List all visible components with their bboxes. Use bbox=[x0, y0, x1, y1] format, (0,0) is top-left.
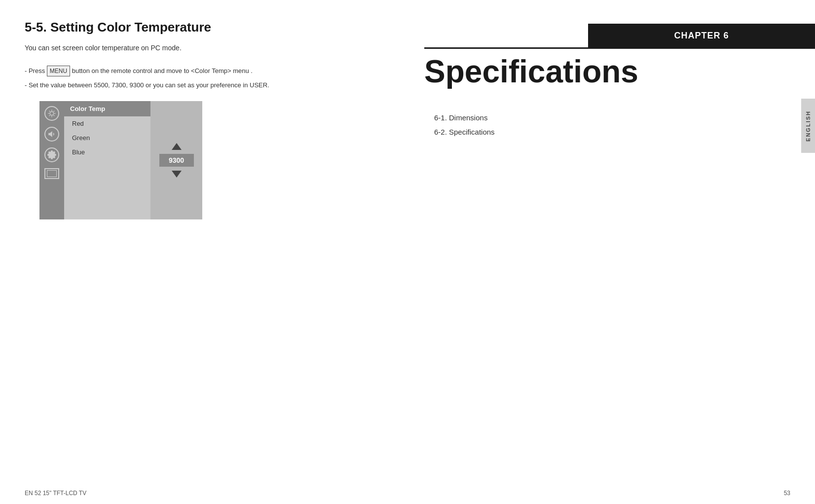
gear-svg bbox=[47, 150, 56, 159]
svg-point-0 bbox=[50, 111, 54, 115]
english-label: ENGLISH bbox=[805, 110, 811, 142]
arrow-up-icon bbox=[172, 143, 182, 150]
tv-screen bbox=[47, 170, 57, 177]
svg-line-7 bbox=[54, 110, 55, 111]
spec-item-dimensions: 6-1. Dimensions bbox=[434, 113, 495, 122]
brightness-icon bbox=[44, 106, 59, 121]
speaker-svg bbox=[47, 130, 56, 139]
speaker-icon bbox=[44, 127, 59, 142]
chapter-banner: CHAPTER 6 bbox=[588, 24, 815, 47]
svg-line-5 bbox=[49, 110, 50, 111]
right-page: CHAPTER 6 Specifications 6-1. Dimensions… bbox=[405, 0, 815, 504]
page-title: 5-5. Setting Color Temperature bbox=[25, 20, 380, 35]
spec-items: 6-1. Dimensions 6-2. Specifications bbox=[434, 113, 495, 142]
menu-item-blue: Blue bbox=[64, 145, 150, 159]
chapter-border bbox=[424, 47, 815, 49]
svg-line-8 bbox=[49, 115, 50, 116]
footer-left: EN 52 15" TFT-LCD TV bbox=[25, 490, 86, 497]
specifications-title: Specifications bbox=[424, 54, 785, 89]
gear-icon bbox=[44, 147, 59, 162]
arrow-down-icon bbox=[172, 171, 182, 178]
page-subtitle: You can set screen color temperature on … bbox=[25, 44, 380, 52]
left-page: 5-5. Setting Color Temperature You can s… bbox=[0, 0, 405, 504]
menu-panel: Color Temp Red Green Blue bbox=[64, 101, 150, 219]
english-language-tab: ENGLISH bbox=[801, 99, 815, 153]
menu-item-green: Green bbox=[64, 131, 150, 145]
instruction-line-2: - Set the value between 5500, 7300, 9300… bbox=[25, 80, 380, 90]
value-panel: 9300 bbox=[150, 101, 202, 219]
color-temp-header: Color Temp bbox=[64, 101, 150, 116]
value-display: 9300 bbox=[159, 154, 194, 167]
spec-item-specifications: 6-2. Specifications bbox=[434, 128, 495, 136]
tv-icon bbox=[44, 168, 59, 179]
footer-right: 53 bbox=[784, 490, 790, 497]
menu-key: MENU bbox=[47, 66, 70, 76]
chapter-label: CHAPTER 6 bbox=[674, 31, 729, 41]
brightness-svg bbox=[47, 109, 56, 118]
svg-marker-9 bbox=[48, 131, 52, 137]
instruction-line-1: - Press MENU button on the remote contro… bbox=[25, 66, 380, 76]
sidebar-icons bbox=[39, 101, 64, 219]
ui-mockup: Color Temp Red Green Blue 9300 bbox=[39, 101, 202, 219]
svg-line-6 bbox=[54, 115, 55, 116]
menu-item-red: Red bbox=[64, 116, 150, 131]
